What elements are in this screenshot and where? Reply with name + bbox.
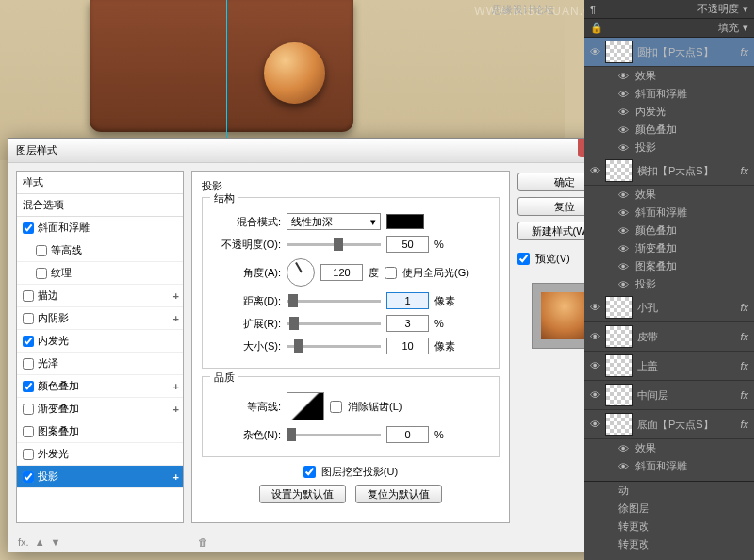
- plus-icon[interactable]: +: [173, 381, 179, 392]
- layer-row[interactable]: 👁底面【P大点S】fx: [584, 410, 754, 439]
- layer-thumb[interactable]: [605, 354, 633, 377]
- size-slider[interactable]: [287, 345, 381, 348]
- plus-icon[interactable]: +: [173, 471, 179, 483]
- angle-input[interactable]: [320, 264, 363, 281]
- fx-sub-row[interactable]: 👁内发光: [584, 103, 754, 121]
- contour-picker[interactable]: [287, 392, 324, 420]
- fx-sub-row[interactable]: 👁斜面和浮雕: [584, 85, 754, 103]
- style-check[interactable]: [23, 290, 34, 302]
- style-check[interactable]: [23, 471, 34, 483]
- fx-sub-row[interactable]: 👁斜面和浮雕: [584, 457, 754, 475]
- trash-icon[interactable]: 🗑: [198, 536, 208, 548]
- distance-slider[interactable]: [287, 300, 381, 303]
- fx-badge[interactable]: fx: [740, 331, 748, 342]
- fx-sub-row[interactable]: 👁效果: [584, 439, 754, 457]
- eye-icon[interactable]: 👁: [618, 124, 630, 136]
- fx-sub-row[interactable]: 👁颜色叠加: [584, 222, 754, 239]
- angle-dial[interactable]: [287, 258, 315, 287]
- layer-thumb[interactable]: [605, 159, 633, 182]
- color-swatch[interactable]: [386, 214, 424, 229]
- eye-icon[interactable]: 👁: [618, 142, 630, 154]
- eye-icon[interactable]: 👁: [618, 189, 630, 201]
- preview-check[interactable]: [517, 253, 530, 265]
- style-item[interactable]: 投影+: [17, 466, 183, 488]
- plus-icon[interactable]: +: [173, 290, 179, 302]
- style-item[interactable]: 图案叠加: [17, 420, 183, 443]
- fx-icon[interactable]: fx.: [18, 536, 29, 548]
- global-light-check[interactable]: [385, 267, 397, 279]
- style-check[interactable]: [36, 268, 47, 279]
- eye-icon[interactable]: 👁: [618, 207, 630, 219]
- plus-icon[interactable]: +: [173, 313, 179, 324]
- layer-row[interactable]: 👁小孔fx: [584, 293, 754, 322]
- layer-thumb[interactable]: [605, 325, 633, 348]
- layer-row[interactable]: 👁横扣【P大点S】fx: [584, 156, 754, 186]
- eye-icon[interactable]: 👁: [590, 302, 601, 313]
- make-default-button[interactable]: 设置为默认值: [259, 485, 346, 503]
- noise-slider[interactable]: [287, 434, 381, 436]
- fx-sub-row[interactable]: 👁效果: [584, 186, 754, 204]
- eye-icon[interactable]: 👁: [590, 165, 601, 176]
- history-row[interactable]: 徐图层: [584, 500, 754, 518]
- eye-icon[interactable]: 👁: [618, 225, 630, 237]
- eye-icon[interactable]: 👁: [618, 461, 630, 472]
- up-icon[interactable]: ▲: [35, 536, 45, 548]
- style-check[interactable]: [23, 358, 34, 370]
- fx-badge[interactable]: fx: [740, 46, 748, 58]
- layer-thumb[interactable]: [605, 296, 633, 319]
- style-check[interactable]: [23, 222, 34, 234]
- fx-sub-row[interactable]: 👁投影: [584, 275, 754, 293]
- fx-sub-row[interactable]: 👁图案叠加: [584, 257, 754, 275]
- layer-row[interactable]: 👁中间层fx: [584, 381, 754, 410]
- eye-icon[interactable]: 👁: [618, 107, 630, 118]
- plus-icon[interactable]: +: [173, 404, 179, 415]
- layer-thumb[interactable]: [605, 41, 633, 63]
- style-item[interactable]: 外发光: [17, 443, 183, 466]
- style-item[interactable]: 颜色叠加+: [17, 375, 183, 398]
- layer-thumb[interactable]: [605, 384, 633, 406]
- history-row[interactable]: 动: [584, 482, 754, 500]
- styles-header[interactable]: 样式: [17, 172, 183, 194]
- style-item[interactable]: 纹理: [17, 262, 183, 285]
- opacity-slider[interactable]: [287, 243, 381, 246]
- spread-input[interactable]: [386, 315, 429, 332]
- layer-thumb[interactable]: [605, 413, 633, 436]
- eye-icon[interactable]: 👁: [618, 243, 630, 255]
- eye-icon[interactable]: 👁: [618, 261, 630, 272]
- fx-sub-row[interactable]: 👁渐变叠加: [584, 239, 754, 257]
- history-row[interactable]: 转更改: [584, 518, 754, 535]
- style-check[interactable]: [23, 336, 34, 347]
- style-item[interactable]: 光泽: [17, 353, 183, 375]
- blend-options-header[interactable]: 混合选项: [17, 194, 183, 217]
- fx-badge[interactable]: fx: [740, 419, 748, 430]
- style-item[interactable]: 内发光: [17, 330, 183, 353]
- style-check[interactable]: [23, 449, 34, 460]
- fx-sub-row[interactable]: 👁斜面和浮雕: [584, 204, 754, 222]
- style-check[interactable]: [23, 381, 34, 392]
- layer-row[interactable]: 👁圆扣【P大点S】fx: [584, 38, 754, 67]
- style-item[interactable]: 等高线: [17, 239, 183, 262]
- blend-mode-combo[interactable]: 线性加深▾: [287, 213, 381, 230]
- style-item[interactable]: 内阴影+: [17, 307, 183, 330]
- noise-input[interactable]: [386, 426, 429, 443]
- down-icon[interactable]: ▼: [51, 536, 61, 548]
- fx-badge[interactable]: fx: [740, 389, 748, 401]
- eye-icon[interactable]: 👁: [590, 46, 601, 58]
- eye-icon[interactable]: 👁: [590, 331, 601, 342]
- spread-slider[interactable]: [287, 322, 381, 325]
- dialog-titlebar[interactable]: 图层样式 ✕: [8, 139, 619, 163]
- antialias-check[interactable]: [330, 401, 342, 413]
- eye-icon[interactable]: 👁: [618, 279, 630, 290]
- knockout-check[interactable]: [303, 466, 316, 478]
- style-check[interactable]: [23, 313, 34, 324]
- layer-row[interactable]: 👁上盖fx: [584, 352, 754, 381]
- reset-default-button[interactable]: 复位为默认值: [355, 485, 442, 503]
- style-check[interactable]: [23, 404, 34, 415]
- style-item[interactable]: 描边+: [17, 285, 183, 307]
- fx-badge[interactable]: fx: [740, 360, 748, 371]
- fx-sub-row[interactable]: 👁效果: [584, 67, 754, 85]
- fx-badge[interactable]: fx: [740, 302, 748, 313]
- style-item[interactable]: 斜面和浮雕: [17, 217, 183, 239]
- eye-icon[interactable]: 👁: [618, 71, 630, 82]
- layer-row[interactable]: 👁皮带fx: [584, 322, 754, 352]
